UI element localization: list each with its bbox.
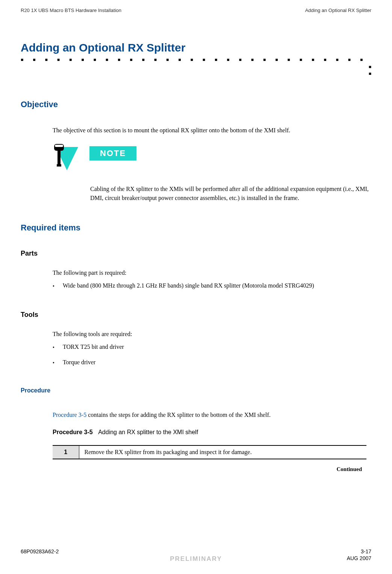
objective-text: The objective of this section is to moun…: [53, 126, 371, 135]
procedure-link[interactable]: Procedure 3-5: [53, 412, 86, 418]
svg-rect-2: [58, 150, 61, 165]
header-left: R20 1X UBS Macro BTS Hardware Installati…: [21, 8, 121, 13]
doc-number: 68P09283A62-2: [21, 548, 59, 554]
svg-rect-4: [55, 145, 63, 147]
preliminary-watermark: PRELIMINARY: [66, 555, 326, 563]
running-header: R20 1X UBS Macro BTS Hardware Installati…: [21, 8, 371, 13]
list-item: • TORX T25 bit and driver: [53, 343, 371, 351]
procedure-intro-rest: contains the steps for adding the RX spl…: [86, 412, 271, 418]
heading-objective: Objective: [21, 100, 371, 109]
header-right: Adding an Optional RX Splitter: [305, 8, 371, 13]
parts-intro: The following part is required:: [53, 269, 371, 277]
step-text: Remove the RX splitter from its packagin…: [79, 445, 366, 459]
page-number: 3-17: [361, 548, 371, 554]
heading-procedure: Procedure: [21, 387, 371, 394]
continued-label: Continued: [21, 466, 362, 473]
note-icon: [53, 144, 79, 173]
dot-leader: ■ ■ ■ ■ ■ ■ ■ ■ ■ ■ ■ ■ ■ ■ ■ ■ ■ ■ ■ ■ …: [21, 57, 371, 63]
list-item-text: Torque driver: [63, 358, 95, 367]
list-item: • Wide band (800 MHz through 2.1 GHz RF …: [53, 282, 371, 290]
procedure-intro: Procedure 3-5 contains the steps for add…: [53, 411, 371, 419]
trailing-dots: ■■: [21, 64, 371, 77]
heading-parts: Parts: [21, 250, 371, 257]
list-item: • Torque driver: [53, 358, 371, 367]
parts-list: • Wide band (800 MHz through 2.1 GHz RF …: [53, 282, 371, 290]
heading-tools: Tools: [21, 311, 371, 319]
svg-rect-3: [57, 164, 61, 167]
bullet-icon: •: [53, 343, 54, 351]
list-item-text: TORX T25 bit and driver: [63, 343, 124, 351]
bullet-icon: •: [53, 358, 54, 367]
step-number: 1: [53, 445, 79, 459]
procedure-table: 1 Remove the RX splitter from its packag…: [53, 445, 366, 459]
list-item-text: Wide band (800 MHz through 2.1 GHz RF ba…: [63, 282, 314, 290]
tools-intro: The following tools are required:: [53, 330, 371, 338]
note-block: NOTE Cabling of the RX splitter to the X…: [53, 144, 371, 202]
procedure-caption-text: Adding an RX splitter to the XMI shelf: [98, 429, 198, 435]
tools-list: • TORX T25 bit and driver • Torque drive…: [53, 343, 371, 367]
procedure-caption: Procedure 3-5 Adding an RX splitter to t…: [53, 429, 371, 436]
page-title: Adding an Optional RX Splitter: [21, 41, 371, 54]
footer-date: AUG 2007: [326, 555, 371, 563]
procedure-label: Procedure 3-5: [53, 429, 93, 435]
bullet-icon: •: [53, 282, 54, 290]
heading-required-items: Required items: [21, 223, 371, 233]
table-row: 1 Remove the RX splitter from its packag…: [53, 445, 366, 459]
note-text: Cabling of the RX splitter to the XMIs w…: [90, 185, 371, 202]
footer: 68P09283A62-2 3-17 PRELIMINARY AUG 2007: [21, 548, 371, 563]
note-badge: NOTE: [89, 146, 136, 161]
